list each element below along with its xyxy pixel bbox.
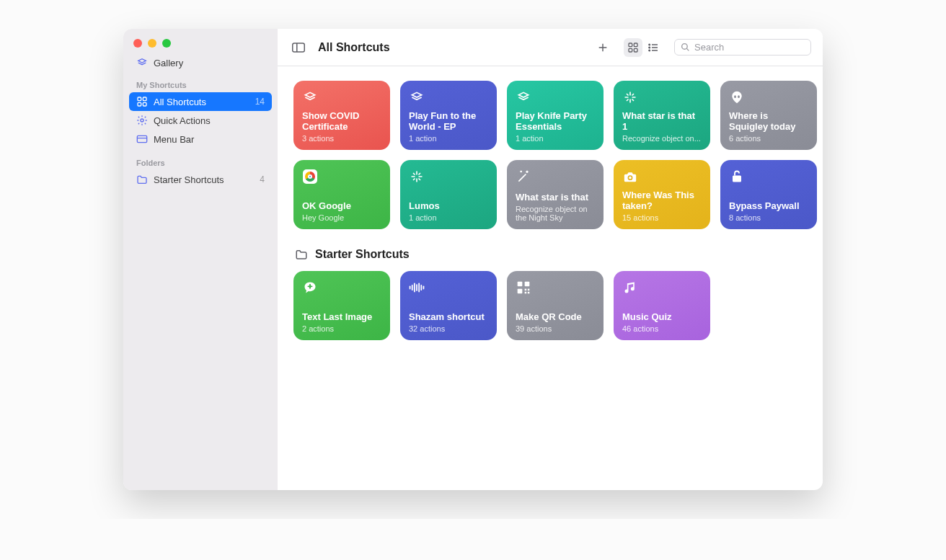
sidebar-item-count: 14 xyxy=(255,97,265,107)
shortcut-title: Play Fun to the World - EP xyxy=(409,111,488,133)
shortcut-subtitle: 15 actions xyxy=(622,213,702,222)
shortcut-title: Where is Squigley today xyxy=(729,111,808,133)
layers-icon xyxy=(409,89,425,105)
shortcuts-grid-main: Show COVID Certificate3 actionsPlay Fun … xyxy=(293,81,807,229)
sidebar-item-label: Gallery xyxy=(154,58,183,68)
shortcut-card[interactable]: OK GoogleHey Google xyxy=(293,160,390,229)
minimize-window-button[interactable] xyxy=(148,39,156,48)
shortcut-subtitle: 1 action xyxy=(409,213,488,222)
window-controls xyxy=(123,29,278,52)
shortcut-subtitle: Recognize object on the Night Sky xyxy=(516,205,595,222)
shortcut-title: Music Quiz xyxy=(622,312,702,323)
shortcut-subtitle: 6 actions xyxy=(729,134,808,143)
svg-line-22 xyxy=(686,48,689,50)
sidebar-item-label: Menu Bar xyxy=(154,134,194,145)
sidebar-item-quick[interactable]: Quick Actions xyxy=(129,111,272,130)
shortcut-subtitle: 39 actions xyxy=(516,324,595,333)
list-view-button[interactable] xyxy=(644,38,663,57)
folder-icon xyxy=(295,249,308,260)
close-window-button[interactable] xyxy=(133,39,142,48)
sidebar-item-count: 4 xyxy=(260,174,265,185)
svg-point-19 xyxy=(649,50,650,51)
svg-rect-2 xyxy=(138,102,141,106)
sparkle-icon xyxy=(409,169,425,185)
svg-rect-26 xyxy=(733,176,741,182)
svg-point-15 xyxy=(649,44,650,45)
svg-rect-12 xyxy=(634,43,637,47)
sidebar-item-label: Starter Shortcuts xyxy=(154,174,224,185)
folder-icon xyxy=(136,174,148,185)
sidebar-item-starter[interactable]: Starter Shortcuts4 xyxy=(129,170,272,189)
shortcut-title: Bypass Paywall xyxy=(729,201,808,212)
svg-rect-5 xyxy=(137,135,146,142)
svg-rect-34 xyxy=(518,282,523,287)
toolbar: All Shortcuts xyxy=(278,29,823,66)
gallery-icon xyxy=(136,57,148,68)
gear-icon xyxy=(136,115,148,126)
alien-icon xyxy=(729,89,745,105)
grid-view-button[interactable] xyxy=(624,38,642,57)
toggle-sidebar-button[interactable] xyxy=(289,38,308,57)
shortcut-subtitle: 32 actions xyxy=(409,324,488,333)
svg-point-17 xyxy=(649,47,650,48)
svg-rect-14 xyxy=(634,48,637,52)
sidebar-item-label: All Shortcuts xyxy=(154,97,206,107)
page-title: All Shortcuts xyxy=(318,41,390,54)
svg-rect-7 xyxy=(293,43,305,52)
shortcut-card[interactable]: Play Fun to the World - EP1 action xyxy=(400,81,497,150)
sidebar-item-gallery[interactable]: Gallery xyxy=(129,53,272,72)
content-scroll[interactable]: Show COVID Certificate3 actionsPlay Fun … xyxy=(278,66,823,490)
svg-rect-39 xyxy=(525,292,527,294)
camera-icon xyxy=(622,169,638,185)
shortcut-card[interactable]: What star is thatRecognize object on the… xyxy=(507,160,604,229)
shortcut-card[interactable]: Make QR Code39 actions xyxy=(507,271,604,340)
search-field[interactable]: Search xyxy=(674,39,811,55)
wand-icon xyxy=(516,169,531,185)
shortcut-card[interactable]: Shazam shortcut32 actions xyxy=(400,271,497,340)
shortcut-title: Play Knife Party Essentials xyxy=(516,111,595,133)
shortcut-card[interactable]: Where is Squigley today6 actions xyxy=(720,81,817,150)
shortcut-card[interactable]: Where Was This taken?15 actions xyxy=(614,160,710,229)
shortcut-subtitle: 2 actions xyxy=(302,324,381,333)
chatplus-icon xyxy=(302,280,318,295)
shortcut-title: OK Google xyxy=(302,201,381,212)
zoom-window-button[interactable] xyxy=(162,39,171,48)
svg-rect-35 xyxy=(525,282,530,287)
shortcut-card[interactable]: Lumos1 action xyxy=(400,160,497,229)
shortcut-subtitle: Hey Google xyxy=(302,213,381,222)
sparkle-icon xyxy=(622,89,638,105)
sidebar-section-header: My Shortcuts xyxy=(129,74,272,92)
svg-point-4 xyxy=(141,119,143,122)
svg-rect-40 xyxy=(528,292,530,294)
shortcut-card[interactable]: Show COVID Certificate3 actions xyxy=(293,81,390,150)
shortcut-card[interactable]: Text Last Image2 actions xyxy=(293,271,390,340)
shortcut-card[interactable]: Music Quiz46 actions xyxy=(614,271,710,340)
new-shortcut-button[interactable] xyxy=(593,38,612,57)
shortcut-card[interactable]: Play Knife Party Essentials1 action xyxy=(507,81,604,150)
shortcut-subtitle: Recognize object on... xyxy=(622,134,702,143)
sidebar: Gallery My ShortcutsAll Shortcuts14Quick… xyxy=(123,29,278,490)
shortcut-title: What star is that xyxy=(516,192,595,203)
sidebar-item-label: Quick Actions xyxy=(154,115,211,126)
layers-icon xyxy=(302,89,318,105)
svg-rect-11 xyxy=(629,43,632,47)
chrome-icon xyxy=(302,169,318,185)
sidebar-item-menu[interactable]: Menu Bar xyxy=(129,130,272,148)
app-window: Gallery My ShortcutsAll Shortcuts14Quick… xyxy=(123,29,823,490)
shortcut-title: Make QR Code xyxy=(516,312,595,323)
qr-icon xyxy=(516,280,531,295)
shortcut-subtitle: 46 actions xyxy=(622,324,702,333)
search-icon xyxy=(681,43,690,52)
sidebar-item-all[interactable]: All Shortcuts14 xyxy=(129,92,272,111)
svg-rect-36 xyxy=(518,289,523,294)
shortcut-card[interactable]: Bypass Paywall8 actions xyxy=(720,160,817,229)
folder-section-header[interactable]: Starter Shortcuts xyxy=(295,248,807,261)
folder-section-title: Starter Shortcuts xyxy=(315,248,410,261)
svg-rect-37 xyxy=(525,289,527,291)
shortcut-card[interactable]: What star is that 1Recognize object on..… xyxy=(614,81,710,150)
lock-icon xyxy=(729,169,745,185)
note-icon xyxy=(622,280,638,295)
search-placeholder: Search xyxy=(694,42,724,53)
wave-icon xyxy=(409,280,425,295)
main: All Shortcuts xyxy=(278,29,823,490)
